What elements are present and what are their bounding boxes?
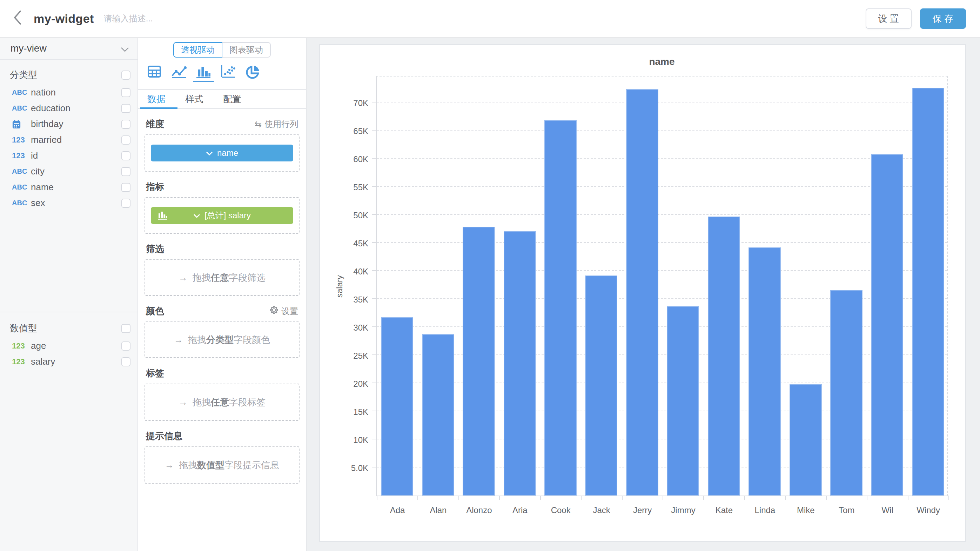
y-tick-mark bbox=[372, 158, 377, 159]
metric-chip[interactable]: [总计] salary bbox=[151, 207, 293, 224]
y-tick-label: 25K bbox=[332, 351, 368, 361]
dimension-chip[interactable]: name bbox=[151, 145, 293, 161]
x-tick-mark bbox=[581, 495, 582, 500]
color-settings-link[interactable]: 设置 bbox=[269, 306, 298, 317]
x-tick-mark bbox=[663, 495, 663, 500]
view-selector[interactable]: my-view bbox=[0, 38, 137, 60]
color-drop-zone[interactable]: →拖拽分类型字段颜色 bbox=[145, 322, 299, 358]
chevron-down-icon bbox=[121, 42, 129, 55]
x-tick-mark bbox=[622, 495, 623, 500]
field-name: city bbox=[31, 166, 121, 177]
field-checkbox[interactable] bbox=[121, 199, 130, 208]
pie-chart-icon[interactable] bbox=[244, 65, 261, 80]
metric-drop-zone[interactable]: [总计] salary bbox=[145, 197, 299, 234]
scatter-chart-icon[interactable] bbox=[220, 65, 236, 80]
x-tick-mark bbox=[744, 495, 745, 500]
x-tick-label: Alan bbox=[417, 505, 459, 515]
chart-bar[interactable] bbox=[708, 217, 740, 495]
sidebar-section-categorical: 分类型ABCnationABCeducationbirthday123marri… bbox=[0, 69, 137, 211]
field-name: name bbox=[31, 182, 121, 193]
field-checkbox[interactable] bbox=[121, 135, 130, 145]
filter-drop-zone[interactable]: →拖拽任意字段筛选 bbox=[145, 260, 299, 296]
x-tick-mark bbox=[417, 495, 418, 500]
description-input[interactable] bbox=[104, 14, 258, 24]
metric-section-title: 指标 bbox=[146, 181, 164, 193]
gridline bbox=[377, 102, 947, 102]
settings-button[interactable]: 设 置 bbox=[865, 8, 912, 29]
chart-bar[interactable] bbox=[504, 231, 536, 495]
y-tick-mark bbox=[372, 411, 377, 411]
gridline bbox=[377, 130, 947, 131]
tab-style[interactable]: 样式 bbox=[180, 93, 208, 105]
y-tick-label: 40K bbox=[332, 267, 368, 277]
field-name: sex bbox=[31, 197, 121, 209]
x-tick-label: Ada bbox=[377, 505, 418, 515]
save-button[interactable]: 保 存 bbox=[920, 8, 966, 29]
header: my-widget 设 置 保 存 bbox=[0, 0, 980, 38]
chart-bar[interactable] bbox=[544, 120, 577, 495]
chart-bar[interactable] bbox=[871, 154, 903, 495]
arrow-right-icon: → bbox=[165, 460, 174, 471]
x-tick-label: Tom bbox=[826, 505, 867, 515]
chart-bar[interactable] bbox=[830, 290, 862, 495]
field-item-salary[interactable]: 123salary bbox=[0, 354, 137, 369]
text-type-icon: ABC bbox=[12, 199, 31, 207]
chart-bar[interactable] bbox=[585, 276, 617, 495]
field-item-id[interactable]: 123id bbox=[0, 148, 137, 164]
tooltip-drop-zone[interactable]: →拖拽数值型字段提示信息 bbox=[145, 446, 299, 484]
back-button[interactable] bbox=[6, 7, 29, 30]
section-checkbox[interactable] bbox=[121, 70, 130, 80]
filter-section-title: 筛选 bbox=[146, 243, 164, 255]
field-checkbox[interactable] bbox=[121, 120, 130, 129]
field-checkbox[interactable] bbox=[121, 183, 130, 192]
bar-chart-icon[interactable] bbox=[195, 65, 212, 80]
table-chart-icon[interactable] bbox=[146, 65, 163, 80]
x-tick-mark bbox=[867, 495, 867, 500]
y-tick-label: 35K bbox=[332, 295, 368, 305]
field-checkbox[interactable] bbox=[121, 151, 130, 160]
tab-config[interactable]: 配置 bbox=[218, 93, 246, 105]
chart-bar[interactable] bbox=[667, 306, 699, 495]
chart-bar[interactable] bbox=[463, 227, 495, 495]
field-checkbox[interactable] bbox=[121, 357, 130, 366]
gear-icon bbox=[269, 306, 278, 317]
chart-bar[interactable] bbox=[422, 334, 454, 495]
label-drop-zone[interactable]: →拖拽任意字段标签 bbox=[145, 384, 299, 421]
config-panel: 透视驱动 图表驱动 bbox=[138, 38, 307, 551]
dimension-drop-zone[interactable]: name bbox=[145, 134, 299, 172]
mode-tab-pivot[interactable]: 透视驱动 bbox=[173, 42, 223, 57]
number-type-icon: 123 bbox=[12, 357, 31, 366]
chart-bar[interactable] bbox=[381, 317, 413, 495]
chart-bar[interactable] bbox=[912, 88, 944, 495]
chevron-left-icon bbox=[13, 10, 22, 28]
x-tick-label: Cook bbox=[540, 505, 582, 515]
x-tick-mark bbox=[948, 495, 949, 500]
chevron-down-icon bbox=[193, 210, 200, 220]
field-name: education bbox=[31, 103, 121, 114]
chart-bar[interactable] bbox=[748, 247, 781, 495]
section-checkbox[interactable] bbox=[121, 324, 130, 333]
y-tick-label: 5.0K bbox=[332, 463, 368, 473]
field-checkbox[interactable] bbox=[121, 167, 130, 176]
field-checkbox[interactable] bbox=[121, 88, 130, 97]
field-item-nation[interactable]: ABCnation bbox=[0, 84, 137, 100]
line-chart-icon[interactable] bbox=[170, 65, 187, 80]
tab-data[interactable]: 数据 bbox=[142, 93, 170, 105]
chart-bar[interactable] bbox=[626, 89, 659, 495]
field-item-sex[interactable]: ABCsex bbox=[0, 195, 137, 211]
x-tick-mark bbox=[458, 495, 459, 500]
field-item-city[interactable]: ABCcity bbox=[0, 164, 137, 179]
field-item-age[interactable]: 123age bbox=[0, 338, 137, 354]
number-type-icon: 123 bbox=[12, 151, 31, 160]
field-checkbox[interactable] bbox=[121, 341, 130, 350]
field-item-birthday[interactable]: birthday bbox=[0, 116, 137, 132]
field-item-married[interactable]: 123married bbox=[0, 132, 137, 148]
field-checkbox[interactable] bbox=[121, 104, 130, 113]
mode-tab-chart[interactable]: 图表驱动 bbox=[222, 42, 271, 57]
text-type-icon: ABC bbox=[12, 167, 31, 175]
use-rows-cols-link[interactable]: ⇆ 使用行列 bbox=[255, 119, 298, 130]
field-item-name[interactable]: ABCname bbox=[0, 179, 137, 195]
field-item-education[interactable]: ABCeducation bbox=[0, 100, 137, 116]
chart-bar[interactable] bbox=[789, 384, 822, 495]
color-section-title: 颜色 bbox=[146, 305, 164, 317]
